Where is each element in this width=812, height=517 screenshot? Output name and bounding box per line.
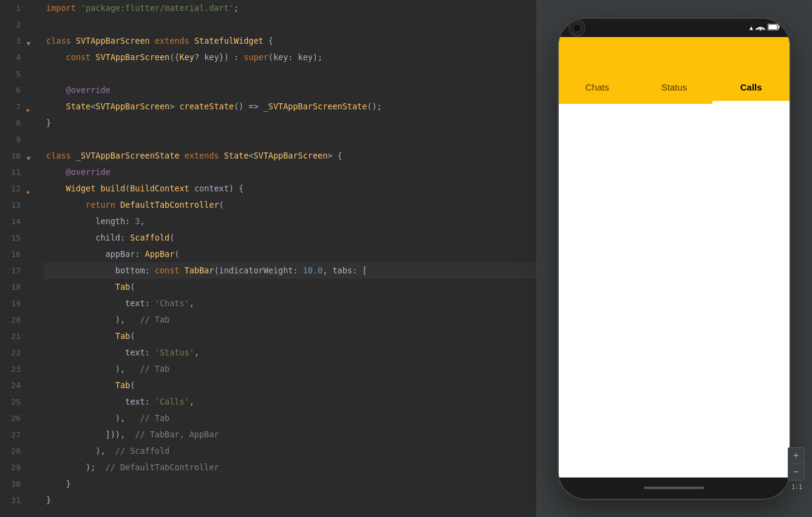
code-token: State bbox=[224, 151, 249, 160]
line-number: 12 bbox=[0, 180, 21, 197]
code-token: const bbox=[155, 265, 180, 275]
line-number: 1 bbox=[0, 0, 21, 16]
gutter-marker bbox=[26, 492, 44, 508]
tab-calls-label: Calls bbox=[740, 82, 762, 92]
phone-screen: Chats Status Calls bbox=[559, 37, 790, 478]
tab-bar[interactable]: Chats Status Calls bbox=[559, 70, 790, 104]
code-token: @override bbox=[66, 85, 111, 95]
code-token: _SVTAppBarScreenState bbox=[264, 101, 367, 111]
code-token: StatefulWidget bbox=[194, 36, 264, 46]
code-line: ), // Tab bbox=[44, 312, 536, 328]
code-token: Tab bbox=[115, 380, 130, 390]
code-token bbox=[46, 380, 115, 390]
tab-chats[interactable]: Chats bbox=[559, 70, 636, 104]
code-token: } bbox=[46, 495, 51, 505]
svg-point-0 bbox=[760, 29, 762, 30]
tab-calls[interactable]: Calls bbox=[712, 70, 790, 104]
code-token: 'Status' bbox=[155, 348, 194, 357]
gutter-marker: ▶ bbox=[26, 180, 44, 197]
code-token: > { bbox=[327, 151, 342, 160]
gutter-marker bbox=[26, 197, 44, 213]
line-number: 30 bbox=[0, 476, 21, 492]
code-line: Tab( bbox=[44, 377, 536, 394]
gutter-marker bbox=[26, 344, 44, 361]
code-token: ( bbox=[130, 380, 135, 390]
code-token: Widget bbox=[66, 183, 96, 193]
code-token: , bbox=[189, 397, 194, 406]
code-token: text: bbox=[46, 348, 155, 357]
code-token: Tab bbox=[115, 282, 130, 292]
code-token: ), bbox=[46, 315, 140, 324]
line-number: 24 bbox=[0, 377, 21, 394]
gutter-marker bbox=[26, 361, 44, 377]
code-token: bottom: bbox=[46, 265, 155, 275]
zoom-label: 1:1 bbox=[791, 484, 805, 491]
code-token: SVTAppBarScreen bbox=[95, 52, 169, 62]
code-line: child: Scaffold( bbox=[44, 230, 536, 246]
line-number: 15 bbox=[0, 230, 21, 246]
code-token: _SVTAppBarScreenState bbox=[76, 151, 180, 160]
code-token: // Tab bbox=[140, 315, 169, 324]
code-token bbox=[46, 85, 66, 95]
line-number: 14 bbox=[0, 213, 21, 230]
code-token bbox=[189, 36, 194, 46]
gutter-marker bbox=[26, 131, 44, 148]
code-token: Tab bbox=[115, 331, 130, 341]
code-token: ( bbox=[169, 233, 174, 242]
code-token: class bbox=[46, 36, 71, 46]
code-line: @override bbox=[44, 82, 536, 98]
zoom-out-button[interactable]: − bbox=[788, 464, 804, 480]
code-token bbox=[179, 265, 184, 275]
line-number: 22 bbox=[0, 344, 21, 361]
code-line: Tab( bbox=[44, 328, 536, 344]
gutter-marker bbox=[26, 0, 44, 16]
zoom-in-button[interactable]: + bbox=[788, 448, 804, 464]
line-number: 26 bbox=[0, 410, 21, 426]
code-token: AppBar bbox=[145, 249, 175, 259]
code-token: , tabs: [ bbox=[322, 265, 367, 275]
code-token: (indicatorWeight: bbox=[214, 265, 302, 275]
gutter-marker bbox=[26, 459, 44, 476]
line-number: 11 bbox=[0, 164, 21, 180]
line-numbers: 1234567891011121314151617181920212223242… bbox=[0, 0, 26, 517]
battery-icon bbox=[768, 24, 780, 32]
code-token bbox=[219, 151, 224, 160]
line-number: 19 bbox=[0, 295, 21, 312]
code-token: SVTAppBarScreen bbox=[253, 151, 327, 160]
code-line: @override bbox=[44, 164, 536, 180]
code-token: createState bbox=[179, 101, 233, 111]
phone-frame: ▲ bbox=[559, 19, 790, 499]
code-token: 'package:flutter/material.dart' bbox=[81, 3, 234, 13]
phone-panel: ▲ bbox=[536, 0, 812, 517]
code-token: length: bbox=[46, 216, 135, 226]
line-number: 21 bbox=[0, 328, 21, 344]
gutter-marker bbox=[26, 426, 44, 443]
code-token: extends bbox=[155, 36, 189, 46]
code-token: // TabBar, AppBar bbox=[135, 430, 219, 439]
gutter-marker bbox=[26, 246, 44, 262]
code-line: ), // Tab bbox=[44, 361, 536, 377]
code-token bbox=[46, 282, 115, 292]
wifi-signal-icon bbox=[756, 25, 765, 31]
gutter-marker bbox=[26, 16, 44, 33]
code-token: ( bbox=[130, 331, 135, 341]
code-token: ( bbox=[219, 200, 224, 210]
home-bar bbox=[644, 487, 705, 489]
tab-status[interactable]: Status bbox=[636, 70, 713, 104]
code-token bbox=[179, 151, 184, 160]
line-number: 3 bbox=[0, 33, 21, 49]
code-token: ? key}) : bbox=[194, 52, 244, 62]
code-token bbox=[46, 331, 115, 341]
gutter-marker bbox=[26, 66, 44, 82]
gutter-marker bbox=[26, 213, 44, 230]
code-line bbox=[44, 16, 536, 33]
code-line: ), // Tab bbox=[44, 410, 536, 426]
code-token: return bbox=[86, 200, 115, 210]
svg-rect-2 bbox=[779, 26, 780, 29]
line-number: 2 bbox=[0, 16, 21, 33]
tab-status-label: Status bbox=[661, 82, 687, 92]
code-token: context) { bbox=[189, 183, 244, 193]
gutter-marker bbox=[26, 262, 44, 279]
phone-bottom bbox=[559, 478, 790, 499]
code-token: class bbox=[46, 151, 71, 160]
